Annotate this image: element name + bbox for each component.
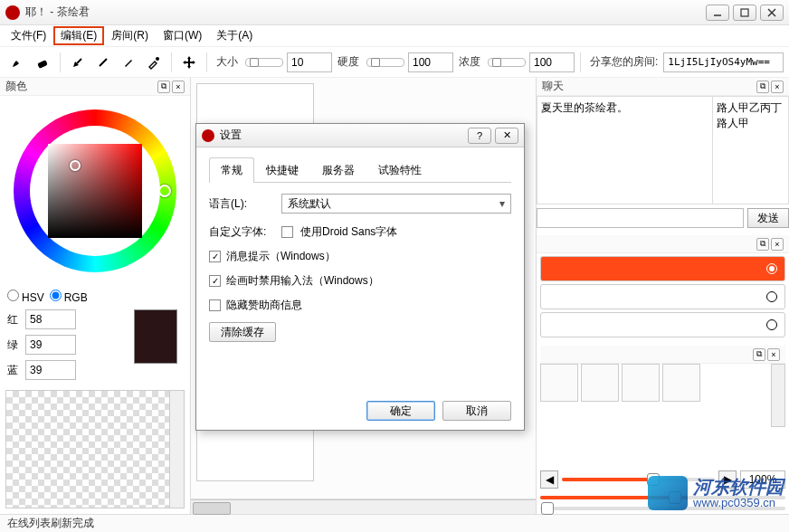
clear-cache-row: 清除缓存 (209, 322, 511, 342)
chat-input[interactable] (537, 208, 744, 228)
eyedropper-tool-icon[interactable] (142, 51, 166, 74)
brush-section: ⧉ × (537, 346, 789, 427)
use-droid-checkbox[interactable] (281, 226, 293, 238)
toolbar-separator (206, 52, 207, 72)
brush-thumb[interactable] (581, 364, 619, 402)
disable-ime-label: 绘画时禁用输入法（Windows） (226, 273, 379, 289)
panel-close-icon[interactable]: × (767, 348, 780, 361)
tab-shortcuts[interactable]: 快捷键 (254, 157, 310, 183)
svg-rect-1 (741, 9, 748, 16)
clear-cache-button[interactable]: 清除缓存 (209, 322, 276, 342)
nav-prev-icon[interactable]: ◀ (540, 470, 558, 489)
marker-tool-icon[interactable] (117, 51, 140, 74)
toolbar-separator (580, 52, 581, 72)
titlebar: 耶！ - 茶绘君 (0, 0, 789, 25)
msg-tip-label: 消息提示（Windows） (226, 249, 336, 264)
menu-about[interactable]: 关于(A) (209, 26, 260, 45)
size-input[interactable] (287, 52, 332, 72)
send-button[interactable]: 发送 (747, 208, 789, 228)
ok-button[interactable]: 确定 (366, 401, 435, 421)
layer-item[interactable] (540, 284, 785, 309)
menu-window[interactable]: 窗口(W) (156, 26, 209, 45)
status-text: 在线列表刷新完成 (7, 516, 94, 531)
brush-thumb[interactable] (540, 364, 578, 402)
move-tool-icon[interactable] (177, 51, 201, 74)
toolbar-separator (171, 52, 172, 72)
hide-sponsor-checkbox[interactable] (209, 299, 221, 311)
disable-ime-checkbox[interactable] (209, 275, 221, 287)
palette-scrollbar[interactable] (169, 391, 184, 508)
brush-thumb[interactable] (622, 364, 660, 402)
r-input[interactable] (25, 309, 76, 329)
language-combo[interactable]: 系统默认 (281, 194, 511, 214)
hsv-radio[interactable]: HSV (7, 290, 44, 304)
share-room-input[interactable] (663, 52, 784, 72)
opacity-input[interactable] (529, 52, 575, 72)
canvas-h-scrollbar[interactable] (191, 499, 536, 514)
chat-panel-header: 聊天 ⧉ × (537, 78, 789, 96)
layer-visible-radio[interactable] (766, 291, 777, 302)
dialog-close-button[interactable]: ✕ (495, 128, 518, 144)
panel-close-icon[interactable]: × (771, 81, 784, 93)
brush-scrollbar[interactable] (771, 364, 785, 427)
user-list: 路人甲乙丙丁 路人甲 (713, 96, 789, 204)
sv-handle[interactable] (70, 160, 81, 171)
brush-thumbnails (540, 364, 769, 427)
menu-file[interactable]: 文件(F) (4, 26, 53, 45)
menu-edit[interactable]: 编辑(E) (53, 26, 104, 45)
svg-point-7 (156, 57, 159, 61)
hardness-slider[interactable] (366, 58, 404, 67)
color-sv-square[interactable] (48, 144, 142, 238)
svg-line-5 (77, 59, 81, 63)
panel-undock-icon[interactable]: ⧉ (753, 348, 765, 361)
g-input[interactable] (25, 335, 76, 355)
menu-room[interactable]: 房间(R) (104, 26, 156, 45)
eraser-tool-icon[interactable] (31, 51, 54, 74)
panel-undock-icon[interactable]: ⧉ (756, 238, 769, 251)
layer-visible-radio[interactable] (766, 319, 777, 330)
watermark-url: www.pc0359.cn (693, 497, 784, 509)
panel-close-icon[interactable]: × (172, 81, 185, 93)
opacity-slider[interactable] (488, 58, 526, 67)
rgb-radio[interactable]: RGB (50, 290, 88, 304)
tab-experimental[interactable]: 试验特性 (366, 157, 433, 183)
help-button[interactable]: ? (468, 128, 491, 144)
color-wheel-area[interactable] (0, 96, 190, 286)
chat-line: 夏天里的茶绘君。 (541, 100, 708, 116)
settings-tabs: 常规 快捷键 服务器 试验特性 (209, 157, 511, 183)
chat-log: 夏天里的茶绘君。 (537, 96, 713, 204)
minimize-button[interactable] (706, 5, 729, 21)
layer-panel-header: ⧉ × (537, 235, 789, 253)
maximize-button[interactable] (733, 5, 756, 21)
tab-server[interactable]: 服务器 (310, 157, 366, 183)
chat-area: 夏天里的茶绘君。 路人甲乙丙丁 路人甲 (537, 96, 789, 204)
app-icon (5, 5, 20, 20)
cancel-button[interactable]: 取消 (442, 401, 511, 421)
pencil-tool-icon[interactable] (91, 51, 115, 74)
panel-close-icon[interactable]: × (771, 238, 784, 251)
brush-tool-icon[interactable] (5, 51, 29, 74)
palette-area[interactable] (5, 390, 185, 508)
close-button[interactable] (760, 5, 784, 21)
size-slider[interactable] (245, 58, 283, 67)
hardness-input[interactable] (408, 52, 453, 72)
r-label: 红 (7, 312, 20, 328)
size-label: 大小 (216, 54, 238, 70)
dialog-titlebar[interactable]: 设置 ? ✕ (196, 124, 524, 147)
pen-tool-icon[interactable] (66, 51, 90, 74)
chat-title: 聊天 (542, 79, 755, 94)
dialog-footer: 确定 取消 (366, 401, 511, 421)
panel-undock-icon[interactable]: ⧉ (157, 81, 170, 93)
msg-tip-checkbox[interactable] (209, 251, 221, 262)
panel-undock-icon[interactable]: ⧉ (756, 81, 769, 93)
layer-item[interactable] (540, 312, 785, 337)
layer-visible-radio[interactable] (766, 263, 777, 274)
layer-item[interactable] (540, 256, 785, 281)
hue-ring-handle[interactable] (158, 185, 171, 197)
watermark-text: 河东软件园 (693, 477, 784, 497)
tab-general[interactable]: 常规 (209, 157, 254, 183)
toolbar-separator (60, 52, 61, 72)
svg-line-6 (100, 59, 107, 66)
brush-thumb[interactable] (662, 364, 700, 402)
b-input[interactable] (25, 360, 76, 380)
